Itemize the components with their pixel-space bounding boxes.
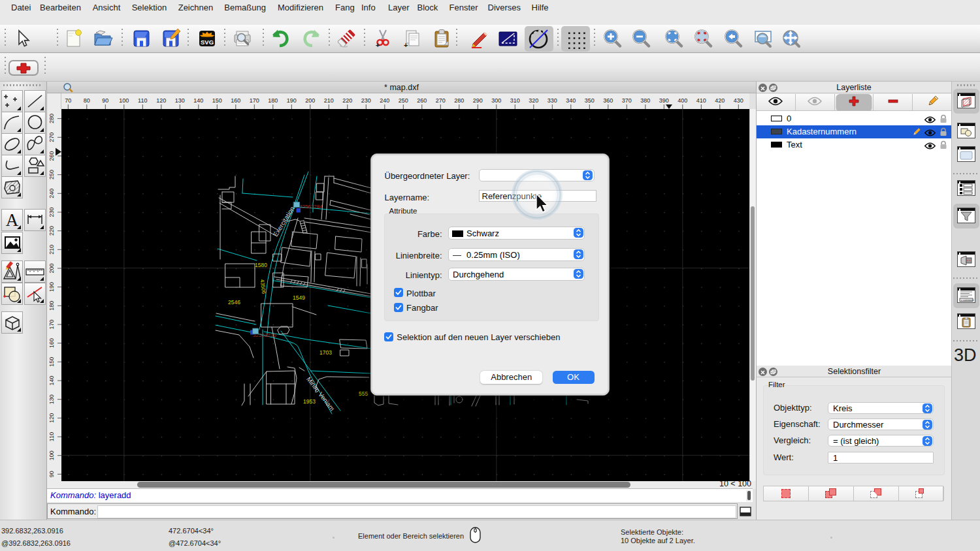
svg-text:390: 390 bbox=[659, 97, 669, 104]
svg-text:90: 90 bbox=[48, 471, 55, 477]
svg-text:150: 150 bbox=[212, 97, 222, 104]
svg-text:220: 220 bbox=[342, 97, 352, 104]
svg-text:555: 555 bbox=[359, 390, 368, 397]
svg-text:100: 100 bbox=[119, 97, 129, 104]
svg-text:300: 300 bbox=[491, 97, 501, 104]
svg-text:350: 350 bbox=[585, 97, 595, 104]
svg-text:1953: 1953 bbox=[303, 398, 316, 405]
svg-text:c comment: c comment bbox=[961, 298, 974, 302]
svg-text:170: 170 bbox=[48, 319, 55, 329]
svg-text:280: 280 bbox=[48, 114, 55, 123]
svg-text:230: 230 bbox=[361, 97, 371, 104]
svg-text:410: 410 bbox=[696, 97, 706, 104]
svg-text:220: 220 bbox=[48, 226, 55, 236]
svg-text:270: 270 bbox=[48, 133, 55, 142]
svg-text:290: 290 bbox=[473, 97, 483, 104]
svg-text:250: 250 bbox=[48, 170, 55, 180]
svg-text:260: 260 bbox=[48, 151, 55, 161]
svg-text:110: 110 bbox=[138, 97, 147, 104]
svg-text:140: 140 bbox=[193, 97, 203, 104]
svg-text:110: 110 bbox=[48, 432, 55, 441]
svg-text:190: 190 bbox=[287, 97, 297, 104]
svg-text:1580: 1580 bbox=[255, 262, 267, 268]
svg-text:190: 190 bbox=[48, 282, 55, 292]
svg-text:160: 160 bbox=[231, 97, 240, 104]
svg-text:1549: 1549 bbox=[293, 294, 305, 301]
svg-text:200: 200 bbox=[305, 97, 315, 104]
svg-text:230: 230 bbox=[48, 207, 55, 217]
svg-text:120: 120 bbox=[156, 97, 166, 104]
svg-text:260: 260 bbox=[417, 97, 427, 104]
svg-text:360: 360 bbox=[603, 97, 613, 104]
svg-text:400: 400 bbox=[678, 97, 687, 104]
svg-text:80: 80 bbox=[84, 97, 90, 104]
svg-text:1703: 1703 bbox=[319, 349, 332, 356]
svg-text:420: 420 bbox=[715, 97, 725, 104]
svg-text:270: 270 bbox=[436, 97, 446, 104]
svg-text:SVG: SVG bbox=[201, 39, 214, 46]
svg-text:2546: 2546 bbox=[228, 299, 240, 306]
svg-text:210: 210 bbox=[48, 245, 55, 255]
svg-text:90: 90 bbox=[102, 97, 108, 104]
svg-text:170: 170 bbox=[250, 97, 259, 104]
svg-text:250: 250 bbox=[399, 97, 408, 104]
svg-text:310: 310 bbox=[510, 97, 520, 104]
svg-text:280: 280 bbox=[454, 97, 464, 104]
svg-text:430: 430 bbox=[734, 97, 743, 104]
svg-text:210: 210 bbox=[324, 97, 334, 104]
svg-text:330: 330 bbox=[547, 97, 557, 104]
svg-text:240: 240 bbox=[48, 189, 55, 198]
svg-text:180: 180 bbox=[48, 301, 55, 311]
svg-text:+: + bbox=[404, 41, 408, 49]
svg-text:150: 150 bbox=[48, 357, 55, 367]
svg-text:180: 180 bbox=[268, 97, 278, 104]
svg-text:160: 160 bbox=[48, 338, 55, 348]
svg-text:200: 200 bbox=[48, 263, 55, 273]
svg-text:+: + bbox=[376, 41, 380, 49]
svg-text:380: 380 bbox=[640, 97, 650, 104]
svg-text:32563284: 32563284 bbox=[299, 204, 323, 210]
svg-text:70: 70 bbox=[65, 97, 71, 104]
svg-text:100: 100 bbox=[48, 450, 55, 460]
svg-text:370: 370 bbox=[622, 97, 632, 104]
svg-text:140: 140 bbox=[48, 375, 55, 385]
svg-text:240: 240 bbox=[380, 97, 389, 104]
svg-text:320: 320 bbox=[529, 97, 538, 104]
svg-text:340: 340 bbox=[566, 97, 576, 104]
svg-text:120: 120 bbox=[48, 413, 55, 423]
svg-text:130: 130 bbox=[175, 97, 185, 104]
svg-text:130: 130 bbox=[48, 394, 55, 404]
